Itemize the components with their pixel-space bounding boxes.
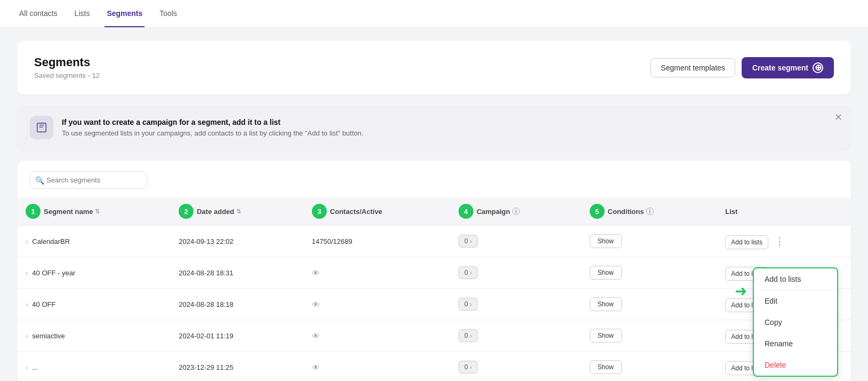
search-input-wrap: 🔍 [30,171,147,189]
contacts-cell: 👁 [303,320,450,352]
th-campaign: 4 Campaign i [450,197,581,226]
campaign-cell: 0 › [450,352,581,382]
nav-tabs: All contacts Lists Segments Tools [17,1,179,27]
th-date-added: 2 Date added ⇅ [170,197,303,226]
show-conditions-button[interactable]: Show [590,329,622,343]
sort-icon-date: ⇅ [236,208,241,215]
conditions-cell: Show [581,226,717,257]
campaign-badge-button[interactable]: 0 › [459,329,478,342]
campaign-cell: 0 › [450,226,581,257]
campaign-chevron-icon: › [470,332,472,339]
create-segment-button[interactable]: Create segment ⊕ [742,57,834,78]
table-row: › semiactive 2024-02-01 11:19 👁 0 › [17,320,851,352]
table-header: 1 Segment name ⇅ 2 Date added ⇅ [17,197,851,226]
nav-tab-lists[interactable]: Lists [73,1,92,27]
chevron-right-icon: › [26,332,28,340]
plus-circle-icon: ⊕ [813,62,823,73]
banner-close-button[interactable]: ✕ [834,112,842,123]
campaign-chevron-icon: › [470,238,472,244]
page-content: Segments Saved segments - 12 Segment tem… [0,28,868,381]
th-list: List [717,197,851,226]
conditions-info-icon[interactable]: i [646,208,654,215]
list-cell: Add to lists ⋮ [717,226,851,257]
nav-tab-all-contacts[interactable]: All contacts [17,1,60,27]
table-body: › CalendarBR 2024-09-13 22:02 14750/1268… [17,226,851,382]
header-card-right: Segment templates Create segment ⊕ [650,57,834,78]
context-menu-add-to-lists[interactable]: Add to lists [754,268,837,290]
info-banner: If you want to create a campaign for a s… [17,105,851,150]
eye-icon: 👁 [312,300,320,309]
table-row: › 40 OFF 2024-08-28 18:18 👁 0 › [17,289,851,320]
header-card-left: Segments Saved segments - 12 [34,55,100,80]
date-cell: 2024-08-28 18:18 [170,289,303,320]
contacts-cell: 14750/12689 [303,226,450,257]
eye-icon: 👁 [312,331,320,340]
conditions-cell: Show [581,257,717,289]
page-title: Segments [34,55,100,69]
campaign-cell: 0 › [450,320,581,352]
show-conditions-button[interactable]: Show [590,266,622,280]
segment-name-cell: › 40 OFF [17,289,170,320]
context-menu: Add to lists Edit Copy Rename Delete [753,267,838,377]
context-menu-copy[interactable]: Copy [754,312,837,333]
campaign-chevron-icon: › [470,301,472,307]
sort-icon-name: ⇅ [95,208,100,215]
col-number-3: 3 [312,204,327,219]
conditions-cell: Show [581,352,717,382]
date-cell: 2023-12-29 11:25 [170,352,303,382]
row-menu-button[interactable]: ⋮ [770,233,789,249]
show-conditions-button[interactable]: Show [590,234,622,248]
segment-name-cell: › ... [17,352,170,382]
green-arrow: ➜ [735,282,747,300]
chevron-right-icon: › [26,237,28,245]
chevron-right-icon: › [26,300,28,308]
th-segment-name: 1 Segment name ⇅ [17,197,170,226]
segment-name-cell: › 40 OFF - year [17,257,170,289]
col-number-5: 5 [590,204,605,219]
search-icon: 🔍 [35,176,44,185]
banner-icon [30,116,53,139]
contacts-cell: 👁 [303,352,450,382]
campaign-chevron-icon: › [470,269,472,276]
date-cell: 2024-02-01 11:19 [170,320,303,352]
add-to-list-button[interactable]: Add to lists [725,235,768,249]
segment-templates-button[interactable]: Segment templates [650,58,735,77]
context-menu-delete[interactable]: Delete [754,354,837,376]
show-conditions-button[interactable]: Show [590,297,622,311]
campaign-cell: 0 › [450,257,581,289]
nav-tab-segments[interactable]: Segments [105,1,144,27]
contacts-cell: 👁 [303,257,450,289]
campaign-chevron-icon: › [470,364,472,370]
eye-icon: 👁 [312,268,320,277]
chevron-right-icon: › [26,269,28,277]
col-number-1: 1 [26,204,41,219]
campaign-badge-button[interactable]: 0 › [459,266,478,279]
saved-count: Saved segments - 12 [34,72,100,80]
show-conditions-button[interactable]: Show [590,360,622,374]
campaign-badge-button[interactable]: 0 › [459,298,478,311]
date-cell: 2024-08-28 18:31 [170,257,303,289]
nav-tab-tools[interactable]: Tools [157,1,179,27]
col-number-2: 2 [179,204,194,219]
campaign-badge-button[interactable]: 0 › [459,361,478,374]
date-cell: 2024-09-13 22:02 [170,226,303,257]
segments-table: 1 Segment name ⇅ 2 Date added ⇅ [17,197,851,381]
context-menu-edit[interactable]: Edit [754,290,837,312]
campaign-cell: 0 › [450,289,581,320]
top-nav: All contacts Lists Segments Tools [0,0,868,28]
table-card: 🔍 1 Segment name ⇅ 2 [17,161,851,381]
context-menu-rename[interactable]: Rename [754,333,837,354]
segment-name-cell: › CalendarBR [17,226,170,257]
table-row: › CalendarBR 2024-09-13 22:02 14750/1268… [17,226,851,257]
search-bar: 🔍 [17,161,851,189]
col-number-4: 4 [459,204,473,219]
contacts-cell: 👁 [303,289,450,320]
th-contacts: 3 Contacts/Active [303,197,450,226]
campaign-info-icon[interactable]: i [512,208,520,215]
campaign-badge-button[interactable]: 0 › [459,235,478,248]
eye-icon: 👁 [312,363,320,372]
th-conditions: 5 Conditions i [581,197,717,226]
search-input[interactable] [30,171,147,189]
banner-text: If you want to create a campaign for a s… [62,118,364,137]
segment-name-cell: › semiactive [17,320,170,352]
